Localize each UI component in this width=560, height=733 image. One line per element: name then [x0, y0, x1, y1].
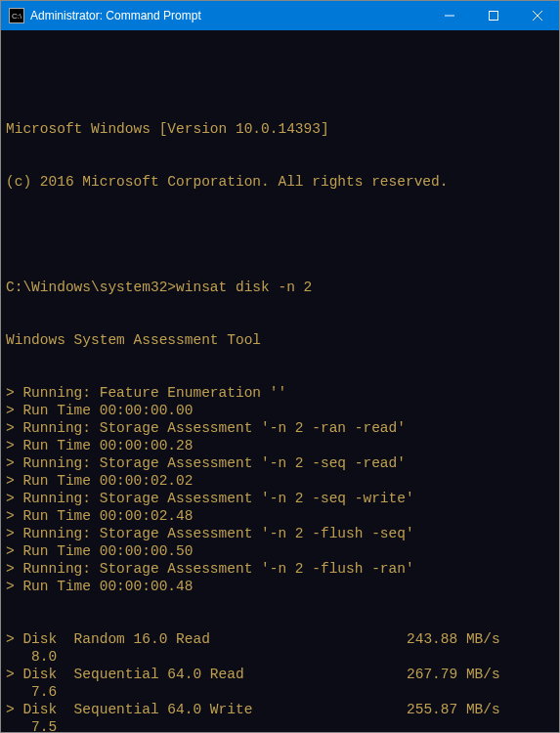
close-icon — [533, 11, 542, 21]
results-output: > Disk Random 16.0 Read243.88 MB/s 8.0> … — [6, 630, 554, 732]
prompt-path: C:\Windows\system32> — [6, 280, 176, 295]
run-line: > Run Time 00:00:00.00 — [6, 402, 554, 419]
result-score: 7.6 — [6, 683, 554, 701]
run-line: > Running: Storage Assessment '-n 2 -ran… — [6, 419, 554, 437]
copyright-line: (c) 2016 Microsoft Corporation. All righ… — [6, 173, 554, 191]
maximize-icon — [489, 11, 498, 21]
run-line: > Running: Feature Enumeration '' — [6, 384, 554, 402]
result-score: 8.0 — [6, 648, 554, 666]
run-line: > Run Time 00:00:00.48 — [6, 578, 554, 595]
window-controls — [427, 1, 559, 30]
run-line: > Run Time 00:00:02.48 — [6, 507, 554, 525]
blank-line — [6, 226, 554, 243]
result-row: > Disk Sequential 64.0 Write255.87 MB/s — [6, 701, 554, 718]
result-row: > Disk Sequential 64.0 Read267.79 MB/s — [6, 666, 554, 683]
run-line: > Running: Storage Assessment '-n 2 -seq… — [6, 454, 554, 472]
run-line: > Run Time 00:00:00.28 — [6, 437, 554, 454]
command-text: winsat disk -n 2 — [176, 280, 312, 295]
maximize-button[interactable] — [471, 1, 515, 30]
terminal-content: Microsoft Windows [Version 10.0.14393] (… — [6, 85, 554, 732]
window-titlebar[interactable]: C:\ Administrator: Command Prompt — [1, 1, 559, 30]
close-button[interactable] — [515, 1, 559, 30]
result-value: 255.87 MB/s — [407, 701, 500, 718]
result-score: 7.5 — [6, 718, 554, 732]
result-value: 243.88 MB/s — [407, 630, 500, 648]
run-line: > Running: Storage Assessment '-n 2 -flu… — [6, 560, 554, 578]
run-line: > Running: Storage Assessment '-n 2 -flu… — [6, 525, 554, 542]
minimize-icon — [445, 11, 454, 21]
result-label: > Disk Sequential 64.0 Read — [6, 666, 407, 683]
run-line: > Run Time 00:00:02.02 — [6, 472, 554, 490]
app-icon: C:\ — [9, 8, 24, 23]
run-line: > Running: Storage Assessment '-n 2 -seq… — [6, 490, 554, 507]
os-version-line: Microsoft Windows [Version 10.0.14393] — [6, 120, 554, 138]
terminal-area[interactable]: Microsoft Windows [Version 10.0.14393] (… — [1, 30, 559, 732]
result-label: > Disk Sequential 64.0 Write — [6, 701, 407, 718]
minimize-button[interactable] — [427, 1, 471, 30]
result-value: 267.79 MB/s — [407, 666, 500, 683]
run-output: > Running: Feature Enumeration ''> Run T… — [6, 384, 554, 595]
command-line: C:\Windows\system32>winsat disk -n 2 — [6, 279, 554, 296]
window-title: Administrator: Command Prompt — [30, 9, 427, 22]
run-line: > Run Time 00:00:00.50 — [6, 542, 554, 560]
svg-rect-1 — [489, 12, 497, 21]
result-row: > Disk Random 16.0 Read243.88 MB/s — [6, 630, 554, 648]
tool-title: Windows System Assessment Tool — [6, 331, 554, 349]
result-label: > Disk Random 16.0 Read — [6, 630, 407, 648]
